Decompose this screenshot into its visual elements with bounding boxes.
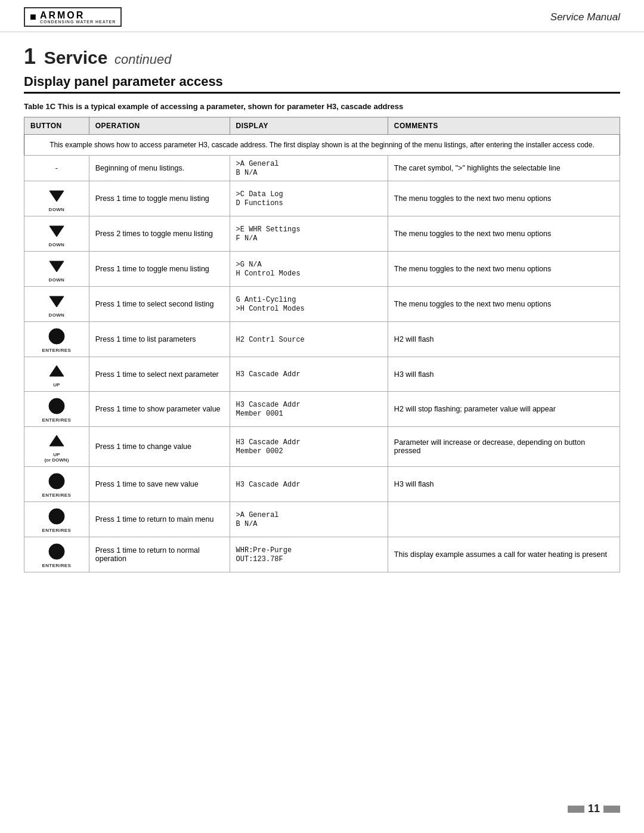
- button-cell: ENTER/RES: [30, 541, 83, 568]
- table-row: ENTER/RES Press 1 time to list parameter…: [24, 322, 620, 357]
- operation-cell: Press 1 time to change value: [89, 427, 230, 467]
- btn-col-cell: -: [24, 156, 89, 181]
- operation-cell: Press 1 time to list parameters: [89, 322, 230, 357]
- enter-circle-icon: [46, 395, 67, 417]
- content: 1 Service continued Display panel parame…: [0, 32, 644, 596]
- comments-cell: The menu toggles to the next two menu op…: [388, 287, 620, 322]
- col-button: BUTTON: [24, 117, 89, 135]
- button-label: ENTER/RES: [42, 493, 72, 498]
- btn-col-cell: DOWN: [24, 287, 89, 322]
- svg-point-9: [49, 509, 64, 524]
- page-footer: 11: [568, 803, 620, 815]
- section-title: Service: [44, 48, 108, 67]
- col-comments: COMMENTS: [388, 117, 620, 135]
- svg-point-10: [49, 544, 64, 559]
- logo-area: ■ ARMOR CONDENSING WATER HEATER: [24, 7, 122, 27]
- table-row: ENTER/RES Press 1 time to return to norm…: [24, 537, 620, 572]
- table-caption-rest: This is a typical example of accessing a…: [55, 102, 403, 111]
- button-label: DOWN: [49, 277, 65, 283]
- table-row: ENTER/RES Press 1 time to save new value…: [24, 467, 620, 502]
- display-cell: H3 Cascade AddrMember 0001: [230, 392, 388, 427]
- display-cell: G Anti-Cycling>H Control Modes: [230, 287, 388, 322]
- comments-cell: The menu toggles to the next two menu op…: [388, 252, 620, 287]
- btn-col-cell: DOWN: [24, 216, 89, 252]
- comments-cell: The caret symbol, ">" highlights the sel…: [388, 156, 620, 181]
- display-cell: >G N/AH Control Modes: [230, 252, 388, 287]
- comments-cell: H3 will flash: [388, 357, 620, 392]
- enter-circle-icon: [46, 506, 67, 527]
- button-label: UP(or DOWN): [44, 452, 69, 463]
- logo-icon: ■: [30, 11, 38, 23]
- operation-cell: Press 1 time to select next parameter: [89, 357, 230, 392]
- enter-circle-icon: [46, 326, 67, 347]
- display-cell: H3 Cascade Addr: [230, 357, 388, 392]
- col-operation: OPERATION: [89, 117, 230, 135]
- svg-marker-5: [49, 366, 64, 376]
- page-header: ■ ARMOR CONDENSING WATER HEATER Service …: [0, 0, 644, 32]
- btn-col-cell: ENTER/RES: [24, 502, 89, 537]
- operation-cell: Press 1 time to save new value: [89, 467, 230, 502]
- col-display: DISPLAY: [230, 117, 388, 135]
- section-heading-row: 1 Service continued: [24, 44, 620, 69]
- svg-marker-7: [49, 435, 64, 446]
- table-row: UP(or DOWN) Press 1 time to change value…: [24, 427, 620, 467]
- down-arrow-icon: [46, 290, 67, 312]
- comments-cell: The menu toggles to the next two menu op…: [388, 181, 620, 216]
- svg-marker-2: [49, 261, 64, 272]
- table-caption: Table 1C This is a typical example of ac…: [24, 102, 620, 111]
- down-arrow-icon: [46, 220, 67, 241]
- comments-cell: H2 will stop flashing; parameter value w…: [388, 392, 620, 427]
- intro-cell: This example shows how to access paramet…: [24, 135, 620, 156]
- section-number: 1: [24, 44, 36, 69]
- button-cell: DOWN: [30, 255, 83, 283]
- header-title: Service Manual: [550, 11, 620, 23]
- svg-point-6: [49, 398, 64, 414]
- up-arrow-icon: [46, 361, 67, 382]
- button-label: DOWN: [49, 312, 65, 318]
- button-cell: ENTER/RES: [30, 506, 83, 533]
- button-label: DOWN: [49, 242, 65, 247]
- operation-cell: Press 1 time to return to normal operati…: [89, 537, 230, 572]
- display-cell: >C Data LogD Functions: [230, 181, 388, 216]
- display-cell: >A GeneralB N/A: [230, 502, 388, 537]
- button-cell: ENTER/RES: [30, 395, 83, 423]
- operation-cell: Press 1 time to toggle menu listing: [89, 252, 230, 287]
- page-number: 11: [588, 803, 600, 815]
- operation-cell: Press 1 time to select second listing: [89, 287, 230, 322]
- display-cell: H3 Cascade AddrMember 0002: [230, 427, 388, 467]
- intro-row: This example shows how to access paramet…: [24, 135, 620, 156]
- button-label: ENTER/RES: [42, 348, 72, 353]
- table-row: UP Press 1 time to select next parameter…: [24, 357, 620, 392]
- comments-cell: Parameter will increase or decrease, dep…: [388, 427, 620, 467]
- display-cell: >E WHR SettingsF N/A: [230, 216, 388, 252]
- subheading: Display panel parameter access: [24, 74, 620, 94]
- btn-col-cell: ENTER/RES: [24, 322, 89, 357]
- button-cell: ENTER/RES: [30, 470, 83, 498]
- btn-col-cell: UP(or DOWN): [24, 427, 89, 467]
- comments-cell: This display example assumes a call for …: [388, 537, 620, 572]
- button-dash: -: [55, 163, 58, 173]
- operation-cell: Press 1 time to toggle menu listing: [89, 181, 230, 216]
- btn-col-cell: ENTER/RES: [24, 467, 89, 502]
- table-caption-bold: Table 1C: [24, 102, 55, 111]
- enter-circle-icon: [46, 541, 67, 562]
- svg-point-4: [49, 329, 64, 344]
- svg-marker-3: [49, 296, 64, 307]
- down-arrow-icon: [46, 255, 67, 277]
- operation-cell: Press 2 times to toggle menu listing: [89, 216, 230, 252]
- display-cell: H3 Cascade Addr: [230, 467, 388, 502]
- button-cell: UP: [30, 361, 83, 388]
- display-cell: H2 Contrl Source: [230, 322, 388, 357]
- table-row: ENTER/RES Press 1 time to show parameter…: [24, 392, 620, 427]
- section-subtitle: continued: [114, 52, 171, 67]
- display-cell: WHR:Pre-PurgeOUT:123.78F: [230, 537, 388, 572]
- logo-sub: CONDENSING WATER HEATER: [40, 20, 116, 24]
- btn-col-cell: DOWN: [24, 252, 89, 287]
- enter-circle-icon: [46, 470, 67, 492]
- button-cell: DOWN: [30, 185, 83, 212]
- logo-text: ARMOR: [40, 10, 85, 20]
- operation-cell: Beginning of menu listings.: [89, 156, 230, 181]
- btn-col-cell: DOWN: [24, 181, 89, 216]
- operation-cell: Press 1 time to return to main menu: [89, 502, 230, 537]
- comments-cell: H3 will flash: [388, 467, 620, 502]
